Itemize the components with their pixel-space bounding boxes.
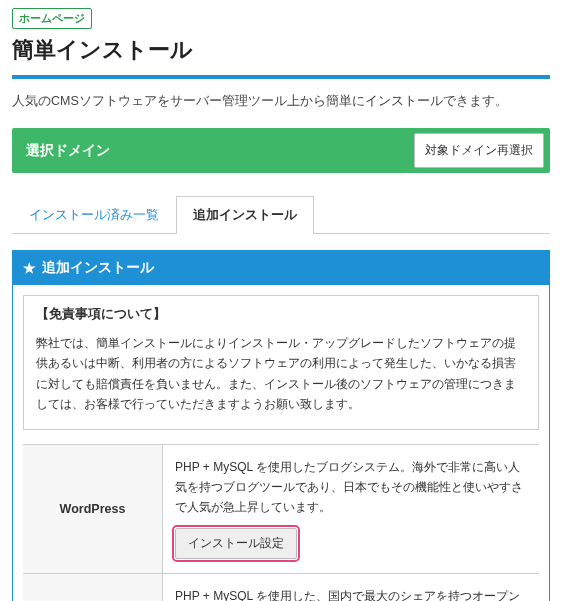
module-header: ★ 追加インストール [13,251,549,285]
selected-domain-bar: 選択ドメイン 対象ドメイン再選択 [12,128,550,173]
disclaimer-title: 【免責事項について】 [36,306,526,323]
disclaimer-box: 【免責事項について】 弊社では、簡単インストールによりインストール・アップグレー… [23,295,539,430]
software-name-wordpress: WordPress [23,445,163,573]
reselect-domain-button[interactable]: 対象ドメイン再選択 [414,133,544,168]
software-table: WordPress PHP + MySQL を使用したブログシステム。海外で非常… [23,444,539,601]
page-title: 簡単インストール [12,35,550,65]
intro-text: 人気のCMSソフトウェアをサーバー管理ツール上から簡単にインストールできます。 [12,93,550,110]
star-icon: ★ [23,261,36,275]
disclaimer-text: 弊社では、簡単インストールによりインストール・アップグレードしたソフトウェアの提… [36,333,526,415]
software-name-eccube: EC-CUBE [23,574,163,601]
software-row-wordpress: WordPress PHP + MySQL を使用したブログシステム。海外で非常… [23,445,539,574]
software-desc-wordpress: PHP + MySQL を使用したブログシステム。海外で非常に高い人気を持つブロ… [175,457,527,518]
tab-add-install[interactable]: 追加インストール [176,196,314,234]
title-divider [12,75,550,79]
tab-installed-list[interactable]: インストール済み一覧 [12,196,176,234]
software-row-eccube: EC-CUBE PHP + MySQL を使用した、国内で最大のシェアを持つオー… [23,574,539,601]
software-desc-eccube: PHP + MySQL を使用した、国内で最大のシェアを持つオープンソースのEC… [175,586,527,601]
install-button-wordpress[interactable]: インストール設定 [175,528,297,559]
tabs: インストール済み一覧 追加インストール [12,195,550,234]
module-title: 追加インストール [42,259,154,277]
add-install-module: ★ 追加インストール 【免責事項について】 弊社では、簡単インストールによりイン… [12,250,550,601]
selected-domain-label: 選択ドメイン [12,128,408,173]
category-tag: ホームページ [12,8,92,29]
